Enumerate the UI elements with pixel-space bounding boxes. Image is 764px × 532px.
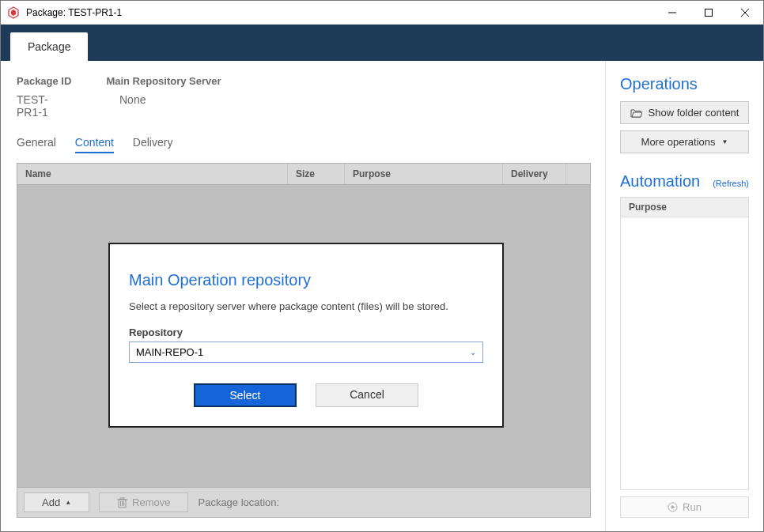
run-label: Run [683,501,702,513]
automation-body [621,217,748,489]
run-button[interactable]: Run [620,496,749,518]
repository-field-label: Repository [129,326,483,338]
content-table: Name Size Purpose Delivery Add ▲ Remove … [17,163,591,518]
select-button[interactable]: Select [194,383,297,407]
play-icon [668,502,678,512]
svg-marker-13 [671,505,675,509]
app-icon [7,6,20,19]
chevron-down-icon: ⌄ [470,348,476,357]
minimize-button[interactable] [654,1,690,25]
refresh-link[interactable]: (Refresh) [713,179,749,188]
cancel-button[interactable]: Cancel [316,383,418,407]
trash-icon [117,497,127,508]
remove-button[interactable]: Remove [99,492,188,512]
repo-server-label: Main Repository Server [106,75,221,87]
repository-selected-value: MAIN-REPO-1 [136,346,203,358]
more-operations-label: More operations [641,136,716,148]
content-tabs: General Content Delivery [17,136,591,153]
more-operations-button[interactable]: More operations ▼ [620,130,749,153]
col-name[interactable]: Name [17,164,288,184]
add-label: Add [42,496,60,508]
tab-delivery[interactable]: Delivery [133,136,173,153]
col-spacer [566,164,590,184]
remove-label: Remove [132,496,170,508]
add-button[interactable]: Add ▲ [24,492,89,512]
dialog-title: Main Operation repository [129,271,483,289]
titlebar: Package: TEST-PR1-1 [1,1,763,25]
header-strip: Package [1,25,763,61]
table-toolbar: Add ▲ Remove Package location: [17,487,590,517]
repo-server-value: None [119,93,146,119]
svg-rect-11 [120,498,124,500]
svg-rect-3 [705,9,713,17]
package-id-value: TEST-PR1-1 [17,93,72,119]
close-button[interactable] [727,1,763,25]
col-delivery[interactable]: Delivery [503,164,566,184]
dialog-description: Select a repository server where package… [129,300,483,312]
automation-table: Purpose [620,197,749,490]
side-panel: Operations Show folder content More oper… [605,61,763,532]
show-folder-label: Show folder content [649,107,739,119]
caret-down-icon: ▼ [722,138,728,145]
svg-marker-1 [11,9,16,16]
caret-up-icon: ▲ [65,499,71,506]
tab-content[interactable]: Content [75,136,114,153]
tab-general[interactable]: General [17,136,56,153]
main-pane: Package ID Main Repository Server TEST-P… [1,61,605,532]
folder-open-icon [630,108,642,118]
automation-col-purpose[interactable]: Purpose [621,198,748,217]
repository-dialog: Main Operation repository Select a repos… [108,243,504,428]
operations-title: Operations [620,75,749,93]
header-tab-package[interactable]: Package [10,32,88,61]
window-title: Package: TEST-PR1-1 [26,7,654,18]
package-location-label: Package location: [198,496,279,508]
col-size[interactable]: Size [288,164,345,184]
maximize-button[interactable] [690,1,727,25]
col-purpose[interactable]: Purpose [345,164,503,184]
show-folder-button[interactable]: Show folder content [620,101,749,124]
automation-title: Automation [620,172,700,191]
package-id-label: Package ID [17,75,71,87]
repository-select[interactable]: MAIN-REPO-1 ⌄ [129,341,483,363]
